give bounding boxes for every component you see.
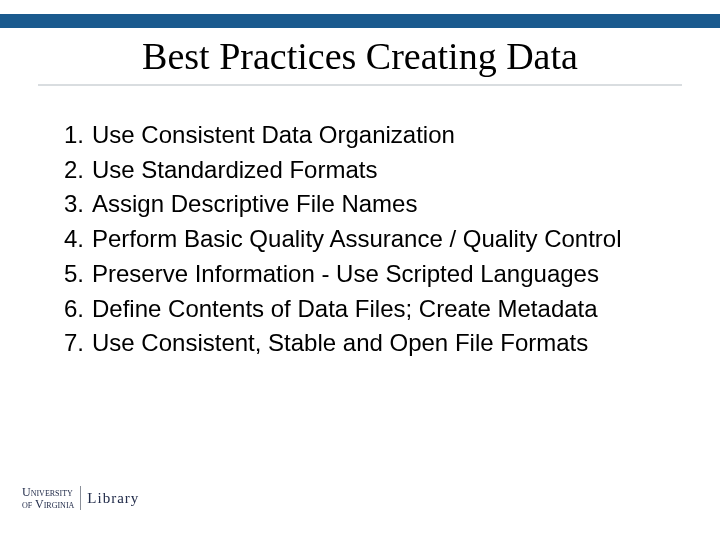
list-item-text: Define Contents of Data Files; Create Me… [92,295,598,322]
practices-list: Use Consistent Data Organization Use Sta… [48,120,684,359]
list-item: Use Consistent, Stable and Open File For… [48,328,684,359]
list-item: Use Consistent Data Organization [48,120,684,151]
list-item-text: Preserve Information - Use Scripted Lang… [92,260,599,287]
list-item-text: Perform Basic Quality Assurance / Qualit… [92,225,622,252]
title-accent-bar [0,14,720,28]
list-item: Use Standardized Formats [48,155,684,186]
title-container: Best Practices Creating Data [38,28,682,86]
slide-title: Best Practices Creating Data [142,34,578,78]
list-item: Assign Descriptive File Names [48,189,684,220]
footer-logo-mark: University of Virginia [22,486,81,510]
list-item-text: Use Consistent Data Organization [92,121,455,148]
list-item: Preserve Information - Use Scripted Lang… [48,259,684,290]
list-item-text: Use Standardized Formats [92,156,377,183]
list-item: Define Contents of Data Files; Create Me… [48,294,684,325]
footer-logo-library: Library [87,490,139,507]
footer-logo: University of Virginia Library [22,486,142,522]
list-item: Perform Basic Quality Assurance / Qualit… [48,224,684,255]
footer-logo-stack: University of Virginia Library [22,486,142,510]
slide: Best Practices Creating Data Use Consist… [0,0,720,540]
footer-logo-line2: of Virginia [22,498,74,510]
list-item-text: Use Consistent, Stable and Open File For… [92,329,588,356]
list-item-text: Assign Descriptive File Names [92,190,417,217]
slide-body: Use Consistent Data Organization Use Sta… [48,120,684,363]
